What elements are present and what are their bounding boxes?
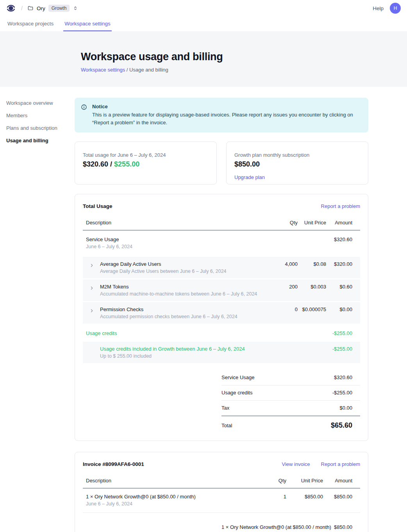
summary-label: Service Usage [221, 374, 255, 380]
page-title: Workspace usage and billing [81, 51, 407, 63]
upgrade-plan-link[interactable]: Upgrade plan [234, 174, 265, 180]
top-bar: / Ory Growth Help H [0, 0, 407, 16]
usage-table-header: Description Qty Unit Price Amount [83, 217, 360, 231]
notice-banner: Notice This is a preview feature for dis… [75, 98, 368, 133]
sidebar-item-plans-and-subscription[interactable]: Plans and subscription [6, 124, 75, 133]
row-period: June 6 – July 6, 2024 [86, 244, 266, 249]
total-value: $65.60 [331, 421, 352, 430]
usage-stat-label: Total usage for June 6 – July 6, 2024 [83, 152, 209, 158]
tab-workspace-settings[interactable]: Workspace settings [63, 16, 112, 31]
usage-included-amount: $255.00 [114, 160, 139, 168]
row-description: Accumulated machine-to-machine tokens be… [100, 291, 266, 297]
breadcrumb: Workspace settings / Usage and billing [81, 67, 407, 73]
invoice-table-header: Description Qty Unit Price Amount [83, 475, 360, 489]
workspace-tabs: Workspace projects Workspace settings [0, 16, 407, 31]
breadcrumb-workspace-settings-link[interactable]: Workspace settings [81, 67, 125, 73]
col-unit-price: Unit Price [298, 217, 326, 230]
row-amount: $320.00 [326, 261, 360, 274]
invoice-report-a-problem-link[interactable]: Report a problem [321, 461, 360, 467]
summary-row-tax: Tax $0.00 [221, 401, 360, 416]
view-invoice-link[interactable]: View invoice [282, 461, 310, 467]
row-qty: 1 [262, 494, 286, 507]
summary-value: -$255.00 [332, 390, 352, 396]
usage-row-m2m-tokens[interactable]: M2M Tokens Accumulated machine-to-machin… [83, 279, 360, 301]
row-name: Usage credits [86, 330, 266, 336]
page-header: Workspace usage and billing Workspace se… [0, 31, 407, 87]
usage-stat-value: $320.60 / $255.00 [83, 160, 209, 168]
col-unit-price: Unit Price [286, 475, 323, 488]
row-unit-price [298, 236, 326, 249]
sidebar-item-members[interactable]: Members [6, 111, 75, 120]
sidebar-item-workspace-overview[interactable]: Workspace overview [6, 99, 75, 107]
row-description: Accumulated permission checks between Ju… [100, 314, 266, 319]
ory-logo-icon [6, 4, 16, 13]
usage-separator: / [108, 160, 114, 168]
row-name: Average Daily Active Users [100, 261, 266, 267]
col-qty: Qty [266, 217, 298, 230]
help-link[interactable]: Help [373, 5, 384, 11]
tab-workspace-projects[interactable]: Workspace projects [6, 16, 55, 31]
row-description: Average Daily Active Users between June … [100, 269, 266, 274]
invoice-card-title: Invoice #8099AFA6-0001 [83, 461, 282, 467]
workspace-switcher[interactable]: Ory Growth [27, 5, 78, 12]
summary-row-plan: 1 × Ory Network Growth@0 (at $850.00 / m… [221, 520, 360, 532]
sidebar-item-usage-and-billing[interactable]: Usage and billing [6, 136, 75, 145]
summary-label: Usage credits [221, 390, 252, 396]
col-description: Description [83, 475, 262, 488]
total-usage-card-title: Total Usage [83, 203, 321, 209]
row-name: Service Usage [86, 236, 266, 242]
usage-report-a-problem-link[interactable]: Report a problem [321, 203, 360, 209]
usage-row-usage-credits-detail: Usage credits included in Growth between… [83, 342, 360, 363]
invoice-row-growth-plan: 1 × Ory Network Growth@0 (at $850.00 / m… [83, 489, 360, 513]
row-unit-price: $850.00 [286, 494, 323, 507]
row-unit-price: $0.000075 [298, 306, 326, 319]
usage-row-average-daily-active-users[interactable]: Average Daily Active Users Average Daily… [83, 257, 360, 278]
row-unit-price: $0.08 [298, 261, 326, 274]
usage-table: Description Qty Unit Price Amount Servic… [83, 217, 360, 363]
path-separator: / [21, 5, 23, 11]
subscription-stat-value: $850.00 [234, 160, 360, 168]
summary-label: Tax [221, 405, 229, 411]
row-name: M2M Tokens [100, 284, 266, 290]
col-amount: Amount [326, 217, 360, 230]
notice-body: This is a preview feature for displaying… [92, 111, 362, 127]
summary-label: 1 × Ory Network Growth@0 (at $850.00 / m… [221, 524, 331, 530]
row-period: June 6 – July 6, 2024 [86, 501, 262, 507]
row-qty: 200 [266, 284, 298, 297]
invoice-card: Invoice #8099AFA6-0001 View invoice Repo… [75, 452, 368, 532]
notice-title: Notice [92, 104, 362, 109]
col-description: Description [83, 217, 266, 230]
plan-badge: Growth [48, 5, 70, 12]
total-usage-stat-card: Total usage for June 6 – July 6, 2024 $3… [75, 142, 217, 184]
avatar[interactable]: H [390, 3, 401, 14]
chevron-updown-icon [73, 5, 78, 11]
breadcrumb-current: / Usage and billing [127, 67, 168, 73]
row-amount: -$255.00 [326, 330, 360, 336]
usage-used-amount: $320.60 [83, 160, 108, 168]
subscription-stat-card: Growth plan monthly subscription $850.00… [226, 142, 368, 184]
usage-row-permission-checks[interactable]: Permission Checks Accumulated permission… [83, 302, 360, 324]
row-qty [266, 236, 298, 249]
row-amount: $0.00 [326, 306, 360, 319]
total-label: Total [221, 423, 232, 428]
summary-value: $0.00 [339, 405, 352, 411]
row-amount: -$255.00 [326, 346, 360, 359]
folder-icon [27, 5, 34, 11]
summary-value: $320.60 [334, 374, 352, 380]
col-amount: Amount [323, 475, 360, 488]
chevron-right-icon [89, 308, 94, 314]
usage-summary: Service Usage $320.60 Usage credits -$25… [221, 370, 360, 430]
summary-row-service-usage: Service Usage $320.60 [221, 370, 360, 385]
summary-value: $850.00 [334, 524, 352, 530]
settings-sidebar: Workspace overview Members Plans and sub… [0, 87, 75, 149]
usage-total-row: Total $65.60 [221, 416, 360, 430]
subscription-stat-label: Growth plan monthly subscription [234, 152, 360, 158]
chevron-right-icon [89, 263, 94, 269]
row-name: Usage credits included in Growth between… [100, 346, 266, 352]
ory-logo[interactable] [6, 4, 16, 13]
chevron-right-icon [89, 286, 94, 292]
info-icon [81, 104, 87, 127]
row-unit-price: $0.003 [298, 284, 326, 297]
row-qty: 0 [266, 306, 298, 319]
row-name: 1 × Ory Network Growth@0 (at $850.00 / m… [86, 494, 262, 500]
